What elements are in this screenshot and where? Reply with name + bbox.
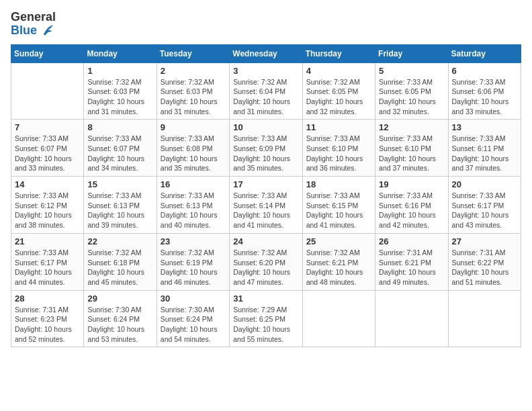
logo-blue: Blue xyxy=(11,24,37,38)
day-info: Sunrise: 7:33 AMSunset: 6:07 PMDaylight:… xyxy=(87,134,152,173)
calendar-cell: 11Sunrise: 7:33 AMSunset: 6:10 PMDayligh… xyxy=(302,120,375,177)
day-number: 11 xyxy=(306,122,371,132)
calendar-cell xyxy=(448,290,521,347)
calendar-cell: 29Sunrise: 7:30 AMSunset: 6:24 PMDayligh… xyxy=(84,290,157,347)
calendar-week-2: 7Sunrise: 7:33 AMSunset: 6:07 PMDaylight… xyxy=(11,120,521,177)
day-info: Sunrise: 7:33 AMSunset: 6:12 PMDaylight:… xyxy=(15,191,80,230)
day-number: 6 xyxy=(452,66,517,76)
calendar-cell xyxy=(302,290,375,347)
day-header-wednesday: Wednesday xyxy=(230,44,302,62)
day-info: Sunrise: 7:33 AMSunset: 6:08 PMDaylight:… xyxy=(161,134,226,173)
calendar-cell: 1Sunrise: 7:32 AMSunset: 6:03 PMDaylight… xyxy=(84,62,157,120)
day-info: Sunrise: 7:33 AMSunset: 6:15 PMDaylight:… xyxy=(306,191,371,230)
calendar-cell: 18Sunrise: 7:33 AMSunset: 6:15 PMDayligh… xyxy=(302,177,375,234)
day-number: 14 xyxy=(15,179,80,189)
day-number: 13 xyxy=(452,122,517,132)
day-info: Sunrise: 7:32 AMSunset: 6:04 PMDaylight:… xyxy=(233,77,298,117)
day-info: Sunrise: 7:31 AMSunset: 6:22 PMDaylight:… xyxy=(452,248,517,287)
day-number: 24 xyxy=(233,236,298,246)
calendar-cell: 10Sunrise: 7:33 AMSunset: 6:09 PMDayligh… xyxy=(230,120,302,177)
day-number: 4 xyxy=(306,66,371,76)
day-number: 28 xyxy=(15,293,80,304)
day-number: 10 xyxy=(233,122,298,132)
day-number: 1 xyxy=(87,66,152,76)
day-info: Sunrise: 7:32 AMSunset: 6:03 PMDaylight:… xyxy=(161,77,226,117)
day-header-monday: Monday xyxy=(84,44,157,62)
day-number: 17 xyxy=(233,179,298,189)
day-info: Sunrise: 7:33 AMSunset: 6:14 PMDaylight:… xyxy=(233,191,298,230)
day-info: Sunrise: 7:31 AMSunset: 6:23 PMDaylight:… xyxy=(15,305,80,345)
day-number: 26 xyxy=(379,236,444,246)
calendar-cell: 15Sunrise: 7:33 AMSunset: 6:13 PMDayligh… xyxy=(84,177,157,234)
day-info: Sunrise: 7:31 AMSunset: 6:21 PMDaylight:… xyxy=(379,248,444,287)
calendar-table: SundayMondayTuesdayWednesdayThursdayFrid… xyxy=(11,44,521,348)
calendar-cell: 14Sunrise: 7:33 AMSunset: 6:12 PMDayligh… xyxy=(11,177,84,234)
day-info: Sunrise: 7:32 AMSunset: 6:19 PMDaylight:… xyxy=(161,248,226,287)
calendar-cell: 23Sunrise: 7:32 AMSunset: 6:19 PMDayligh… xyxy=(157,233,229,290)
calendar-cell: 5Sunrise: 7:33 AMSunset: 6:05 PMDaylight… xyxy=(375,62,448,120)
day-info: Sunrise: 7:32 AMSunset: 6:20 PMDaylight:… xyxy=(233,248,298,287)
day-header-tuesday: Tuesday xyxy=(157,44,229,62)
day-number: 27 xyxy=(452,236,517,246)
calendar-week-5: 28Sunrise: 7:31 AMSunset: 6:23 PMDayligh… xyxy=(11,290,521,347)
calendar-week-3: 14Sunrise: 7:33 AMSunset: 6:12 PMDayligh… xyxy=(11,177,521,234)
day-info: Sunrise: 7:32 AMSunset: 6:18 PMDaylight:… xyxy=(87,248,152,287)
day-number: 2 xyxy=(161,66,226,76)
day-number: 16 xyxy=(161,179,226,189)
logo: General Blue xyxy=(11,11,56,38)
calendar-cell: 4Sunrise: 7:32 AMSunset: 6:05 PMDaylight… xyxy=(302,62,375,120)
day-number: 20 xyxy=(452,179,517,189)
day-number: 15 xyxy=(87,179,152,189)
page-header: General Blue xyxy=(11,11,521,38)
day-header-sunday: Sunday xyxy=(11,44,84,62)
day-info: Sunrise: 7:33 AMSunset: 6:10 PMDaylight:… xyxy=(379,134,444,173)
calendar-cell: 31Sunrise: 7:29 AMSunset: 6:25 PMDayligh… xyxy=(230,290,302,347)
day-info: Sunrise: 7:32 AMSunset: 6:05 PMDaylight:… xyxy=(306,77,371,117)
day-header-friday: Friday xyxy=(375,44,448,62)
day-info: Sunrise: 7:32 AMSunset: 6:03 PMDaylight:… xyxy=(87,77,152,117)
day-info: Sunrise: 7:33 AMSunset: 6:13 PMDaylight:… xyxy=(87,191,152,230)
day-info: Sunrise: 7:33 AMSunset: 6:16 PMDaylight:… xyxy=(379,191,444,230)
day-info: Sunrise: 7:29 AMSunset: 6:25 PMDaylight:… xyxy=(233,305,298,345)
calendar-cell: 24Sunrise: 7:32 AMSunset: 6:20 PMDayligh… xyxy=(230,233,302,290)
day-number: 9 xyxy=(161,122,226,132)
day-number: 19 xyxy=(379,179,444,189)
calendar-cell: 16Sunrise: 7:33 AMSunset: 6:13 PMDayligh… xyxy=(157,177,229,234)
calendar-cell: 9Sunrise: 7:33 AMSunset: 6:08 PMDaylight… xyxy=(157,120,229,177)
calendar-cell: 21Sunrise: 7:33 AMSunset: 6:17 PMDayligh… xyxy=(11,233,84,290)
calendar-week-1: 1Sunrise: 7:32 AMSunset: 6:03 PMDaylight… xyxy=(11,62,521,120)
day-number: 23 xyxy=(161,236,226,246)
day-info: Sunrise: 7:30 AMSunset: 6:24 PMDaylight:… xyxy=(161,305,226,345)
day-header-saturday: Saturday xyxy=(448,44,521,62)
day-headers-row: SundayMondayTuesdayWednesdayThursdayFrid… xyxy=(11,44,521,62)
logo-wordmark: General Blue xyxy=(11,11,56,38)
day-info: Sunrise: 7:33 AMSunset: 6:06 PMDaylight:… xyxy=(452,77,517,117)
logo-general: General xyxy=(11,11,56,24)
day-number: 31 xyxy=(233,293,298,304)
day-info: Sunrise: 7:33 AMSunset: 6:17 PMDaylight:… xyxy=(452,191,517,230)
calendar-cell: 28Sunrise: 7:31 AMSunset: 6:23 PMDayligh… xyxy=(11,290,84,347)
day-info: Sunrise: 7:32 AMSunset: 6:21 PMDaylight:… xyxy=(306,248,371,287)
day-number: 8 xyxy=(87,122,152,132)
calendar-cell: 17Sunrise: 7:33 AMSunset: 6:14 PMDayligh… xyxy=(230,177,302,234)
day-number: 30 xyxy=(161,293,226,304)
calendar-cell: 6Sunrise: 7:33 AMSunset: 6:06 PMDaylight… xyxy=(448,62,521,120)
calendar-cell: 2Sunrise: 7:32 AMSunset: 6:03 PMDaylight… xyxy=(157,62,229,120)
day-info: Sunrise: 7:33 AMSunset: 6:07 PMDaylight:… xyxy=(15,134,80,173)
calendar-week-4: 21Sunrise: 7:33 AMSunset: 6:17 PMDayligh… xyxy=(11,233,521,290)
day-number: 18 xyxy=(306,179,371,189)
day-number: 29 xyxy=(87,293,152,304)
day-info: Sunrise: 7:33 AMSunset: 6:09 PMDaylight:… xyxy=(233,134,298,173)
calendar-cell xyxy=(375,290,448,347)
day-number: 22 xyxy=(87,236,152,246)
day-number: 5 xyxy=(379,66,444,76)
calendar-cell: 20Sunrise: 7:33 AMSunset: 6:17 PMDayligh… xyxy=(448,177,521,234)
calendar-cell: 22Sunrise: 7:32 AMSunset: 6:18 PMDayligh… xyxy=(84,233,157,290)
day-info: Sunrise: 7:33 AMSunset: 6:05 PMDaylight:… xyxy=(379,77,444,117)
day-info: Sunrise: 7:30 AMSunset: 6:24 PMDaylight:… xyxy=(87,305,152,345)
day-info: Sunrise: 7:33 AMSunset: 6:10 PMDaylight:… xyxy=(306,134,371,173)
day-number: 12 xyxy=(379,122,444,132)
calendar-cell: 13Sunrise: 7:33 AMSunset: 6:11 PMDayligh… xyxy=(448,120,521,177)
day-number: 21 xyxy=(15,236,80,246)
day-number: 3 xyxy=(233,66,298,76)
